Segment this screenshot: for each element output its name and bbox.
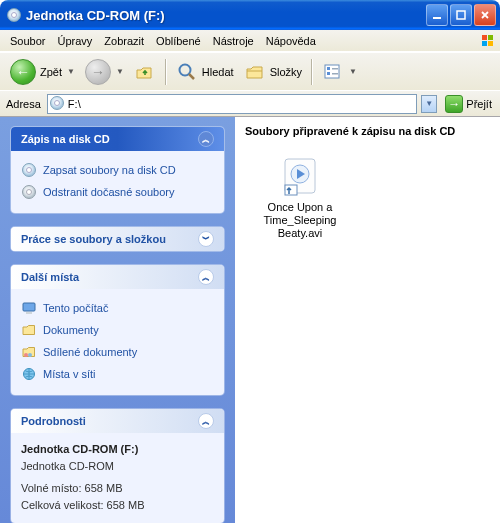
address-input[interactable] [68, 96, 414, 112]
search-icon [176, 61, 198, 83]
maximize-button[interactable] [450, 4, 472, 26]
file-list-pane[interactable]: Soubory připravené k zápisu na disk CD O… [235, 117, 500, 523]
forward-button[interactable]: → ▼ [81, 57, 128, 87]
go-button[interactable]: → Přejít [441, 94, 496, 114]
details-type: Jednotka CD-ROM [21, 458, 214, 475]
details-total: Celková velikost: 658 MB [21, 497, 214, 514]
svg-rect-11 [332, 73, 338, 75]
address-field[interactable] [47, 94, 417, 114]
panel-details-header[interactable]: Podrobnosti ︽ [11, 409, 224, 433]
computer-icon [21, 300, 37, 316]
minimize-button[interactable] [426, 4, 448, 26]
svg-rect-5 [488, 41, 493, 46]
panel-file-tasks-header[interactable]: Práce se soubory a složkou ︾ [11, 227, 224, 251]
documents-link[interactable]: Dokumenty [21, 319, 214, 341]
section-header: Soubory připravené k zápisu na disk CD [245, 123, 490, 141]
my-computer-link[interactable]: Tento počítač [21, 297, 214, 319]
svg-point-14 [24, 353, 28, 357]
delete-temp-link[interactable]: Odstranit dočasné soubory [21, 181, 214, 203]
video-file-icon [279, 155, 321, 197]
svg-point-6 [179, 64, 190, 75]
panel-places-header[interactable]: Další místa ︽ [11, 265, 224, 289]
file-item[interactable]: Once Upon a Time_Sleeping Beaty.avi [255, 149, 345, 247]
folders-icon [244, 61, 266, 83]
cd-drive-icon [50, 96, 64, 112]
addressbar: Adresa ▼ → Přejít [0, 90, 500, 116]
cd-write-icon [21, 162, 37, 178]
menu-tools[interactable]: Nástroje [207, 33, 260, 49]
tasks-pane: Zápis na disk CD ︽ Zapsat soubory na dis… [0, 117, 235, 523]
network-places-link[interactable]: Místa v síti [21, 363, 214, 385]
up-button[interactable] [130, 59, 160, 85]
details-name: Jednotka CD-ROM (F:) [21, 441, 214, 458]
collapse-icon: ︽ [198, 131, 214, 147]
windows-flag-icon [479, 32, 497, 50]
svg-rect-13 [26, 312, 32, 314]
network-icon [21, 366, 37, 382]
menu-view[interactable]: Zobrazit [98, 33, 150, 49]
svg-rect-4 [482, 41, 487, 46]
svg-point-15 [28, 353, 32, 357]
svg-rect-1 [457, 11, 465, 19]
file-label: Once Upon a Time_Sleeping Beaty.avi [257, 201, 343, 241]
search-button[interactable]: Hledat [172, 59, 238, 85]
views-icon [322, 61, 344, 83]
menu-edit[interactable]: Úpravy [51, 33, 98, 49]
folder-icon [21, 322, 37, 338]
svg-rect-2 [482, 35, 487, 40]
folders-button[interactable]: Složky [240, 59, 306, 85]
cd-drive-icon [6, 7, 22, 23]
svg-rect-9 [327, 72, 330, 75]
views-button[interactable]: ▼ [318, 59, 361, 85]
window-title: Jednotka CD-ROM (F:) [26, 8, 426, 23]
folder-up-icon [134, 61, 156, 83]
menu-help[interactable]: Nápověda [260, 33, 322, 49]
shared-docs-link[interactable]: Sdílené dokumenty [21, 341, 214, 363]
back-button[interactable]: ← Zpět ▼ [6, 57, 79, 87]
menubar: Soubor Úpravy Zobrazit Oblíbené Nástroje… [0, 30, 500, 52]
expand-icon: ︾ [198, 231, 214, 247]
go-arrow-icon: → [445, 95, 463, 113]
svg-rect-8 [327, 67, 330, 70]
svg-rect-7 [325, 65, 339, 78]
menu-file[interactable]: Soubor [4, 33, 51, 49]
details-free: Volné místo: 658 MB [21, 480, 214, 497]
titlebar: Jednotka CD-ROM (F:) [0, 0, 500, 30]
close-button[interactable] [474, 4, 496, 26]
address-label: Adresa [4, 98, 43, 110]
write-to-cd-link[interactable]: Zapsat soubory na disk CD [21, 159, 214, 181]
panel-cd-write-header[interactable]: Zápis na disk CD ︽ [11, 127, 224, 151]
cd-delete-icon [21, 184, 37, 200]
collapse-icon: ︽ [198, 269, 214, 285]
toolbar: ← Zpět ▼ → ▼ Hledat Složky ▼ [0, 52, 500, 90]
svg-rect-10 [332, 68, 338, 70]
menu-favorites[interactable]: Oblíbené [150, 33, 207, 49]
collapse-icon: ︽ [198, 413, 214, 429]
svg-rect-3 [488, 35, 493, 40]
svg-rect-12 [23, 303, 35, 311]
shared-folder-icon [21, 344, 37, 360]
address-dropdown[interactable]: ▼ [421, 95, 437, 113]
svg-rect-0 [433, 17, 441, 19]
